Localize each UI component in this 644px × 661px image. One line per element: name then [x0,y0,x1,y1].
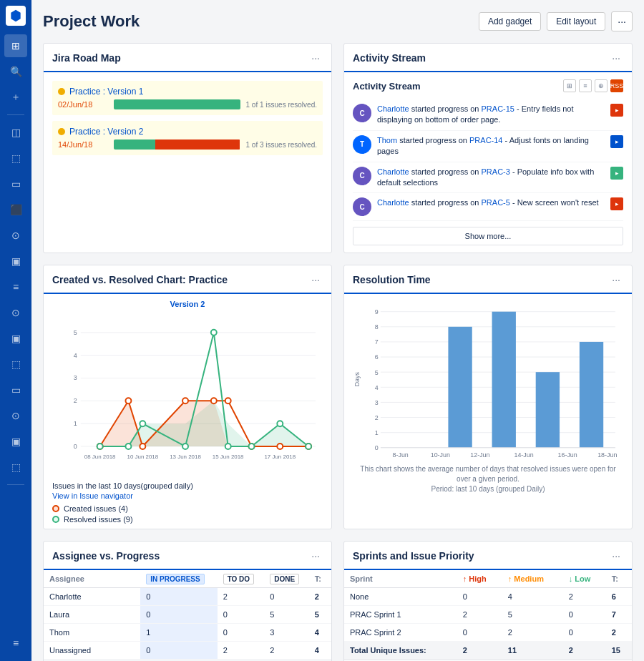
activity-issue-2[interactable]: PRAC-14 [469,136,502,145]
chart-menu-button[interactable]: ··· [308,273,323,287]
sidebar-release-icon[interactable]: ▣ [4,430,27,453]
assignee-todo-charlotte: 2 [218,588,265,606]
chart-green-dot-1 [97,444,103,449]
sprints-menu-button[interactable]: ··· [609,549,623,563]
activity-avatar-4: C [353,197,371,216]
show-more-button[interactable]: Show more... [353,227,623,245]
sidebar-filter-icon[interactable]: ▭ [4,378,27,401]
sprints-title: Sprints and Issue Priority [353,550,474,562]
sprint-low-1: 0 [563,606,606,624]
sprint-medium-none: 4 [502,588,563,606]
svg-text:0: 0 [74,443,77,450]
col-high-header: ↑ High [457,570,502,588]
activity-avatar-1: C [353,104,371,122]
activity-user-3[interactable]: Charlotte [377,167,409,176]
activity-user-2[interactable]: Thom [377,136,397,145]
add-gadget-button[interactable]: Add gadget [479,12,541,31]
sidebar-issues-icon[interactable]: ▭ [4,172,27,195]
activity-item-2: T Thom started progress on PRAC-14 - Adj… [353,131,623,162]
activity-view-rss-icon[interactable]: RSS [610,79,623,92]
sidebar-sprint-icon[interactable]: ⬚ [4,456,27,479]
activity-view-grid-icon[interactable]: ⊕ [595,79,608,92]
version1-dot [58,88,65,95]
chart-svg: 5 4 3 2 1 0 08 Jun 2018 10 Jun 2018 13 J… [52,311,323,468]
assignee-done-laura: 5 [264,606,309,624]
assignee-done-charlotte: 0 [264,588,309,606]
roadmap-menu-button[interactable]: ··· [308,51,323,65]
assignee-total-laura: 5 [309,606,331,624]
activity-user-4[interactable]: Charlotte [377,198,409,207]
sprint-total-medium: 11 [502,642,563,660]
resolution-svg: Days 9 8 7 6 5 4 [353,300,623,459]
assignee-row-charlotte: Charlotte 0 2 0 2 [44,588,331,606]
edit-layout-button[interactable]: Edit layout [547,12,605,31]
sidebar-home-icon[interactable]: ⊞ [4,34,27,57]
sidebar-menu-icon[interactable]: ≡ [4,632,27,655]
svg-text:4: 4 [74,352,77,359]
sidebar: ⊞ 🔍 ＋ ◫ ⬚ ▭ ⬛ ⊙ ▣ ≡ ⊙ ▣ ⬚ ▭ ⊙ ▣ ⬚ ≡ ? ★ [0,0,31,661]
sprints-table: Sprint ↑ High ↑ Medium ↓ Low T: None 0 4 [344,570,632,660]
res-bar-18jun [580,342,603,448]
sidebar-board-icon[interactable]: ◫ [4,121,27,144]
roadmap-version2: Practice : Version 2 14/Jun/18 1 of 3 is… [52,121,323,155]
more-options-button[interactable]: ··· [611,11,633,31]
resolution-menu-button[interactable]: ··· [609,273,623,287]
activity-avatar-2: T [353,135,371,154]
activity-issue-4[interactable]: PRAC-5 [482,198,510,207]
sidebar-help-icon[interactable]: ? [4,657,27,661]
sidebar-team-icon[interactable]: ⊙ [4,404,27,427]
activity-item-4: C Charlotte started progress on PRAC-5 -… [353,193,623,221]
svg-text:13 Jun 2018: 13 Jun 2018 [170,454,201,460]
roadmap-version2-red [155,139,240,150]
svg-text:14-Jun: 14-Jun [514,451,533,459]
assignee-row-unassigned: Unassigned 0 2 2 4 [44,642,331,660]
activity-user-1[interactable]: Charlotte [377,104,409,113]
sprint-medium-2: 2 [502,624,563,642]
chart-green-dot-5 [211,330,217,336]
activity-issue-1[interactable]: PRAC-15 [482,104,514,113]
activity-menu-button[interactable]: ··· [609,51,623,65]
col-total-header: T: [309,570,331,588]
sidebar-create-icon[interactable]: ＋ [4,86,27,109]
sidebar-reports-icon[interactable]: ⊙ [4,224,27,247]
legend-created-dot [52,505,59,512]
activity-issue-3[interactable]: PRAC-3 [482,167,510,176]
sidebar-projects-icon[interactable]: ⬚ [4,147,27,170]
assignee-name-charlotte: Charlotte [44,588,140,606]
activity-status-1: ▸ [610,104,623,117]
svg-text:8-Jun: 8-Jun [393,451,409,459]
version2-dot [58,128,65,135]
sidebar-pages-icon[interactable]: ▣ [4,250,27,273]
app-logo[interactable] [6,6,26,26]
svg-text:7: 7 [375,339,379,346]
roadmap-body: Practice : Version 1 02/Jun/18 1 of 1 is… [44,72,331,164]
sprints-gadget: Sprints and Issue Priority ··· Sprint ↑ … [343,541,633,661]
sidebar-versions-icon[interactable]: ▣ [4,327,27,350]
sprint-high-2: 0 [457,624,502,642]
activity-inner-title: Activity Stream [353,81,421,92]
chart-green-dot-6 [225,444,231,449]
activity-view-table-icon[interactable]: ⊞ [563,79,576,92]
chart-green-dot-2 [125,444,131,449]
sidebar-components-icon[interactable]: ⊙ [4,301,27,324]
sidebar-settings2-icon[interactable]: ⬚ [4,353,27,376]
view-navigator-link[interactable]: View in Issue navigator [52,491,323,500]
sidebar-search-icon[interactable]: 🔍 [4,60,27,83]
svg-text:5: 5 [375,369,379,376]
main-content: Project Work Add gadget Edit layout ··· … [31,0,644,661]
assignee-menu-button[interactable]: ··· [308,549,323,563]
roadmap-version2-bar [114,139,240,150]
sidebar-list-icon[interactable]: ≡ [4,275,27,298]
resolution-title: Resolution Time [353,274,431,285]
svg-text:12-Jun: 12-Jun [470,451,489,459]
sprints-header: Sprints and Issue Priority ··· [344,542,632,570]
chart-container: Version 2 5 4 3 2 1 0 [44,294,331,476]
activity-body: Activity Stream ⊞ ≡ ⊕ RSS C Charlotte st… [344,72,632,253]
assignee-table-header: Assignee IN PROGRESS TO DO DONE T: [44,570,331,588]
activity-view-list-icon[interactable]: ≡ [579,79,592,92]
chart-red-dot-4 [182,398,188,404]
sprint-medium-1: 5 [502,606,563,624]
svg-text:1: 1 [74,420,77,427]
activity-gadget: Activity Stream ··· Activity Stream ⊞ ≡ … [343,43,633,253]
sidebar-backlog-icon[interactable]: ⬛ [4,198,27,221]
